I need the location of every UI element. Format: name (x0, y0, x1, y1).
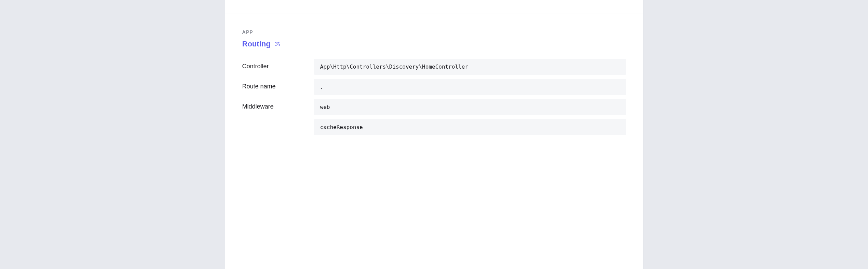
middleware-row: Middleware web cacheResponse (242, 99, 626, 135)
controller-row: Controller App\Http\Controllers\Discover… (242, 59, 626, 75)
middleware-label: Middleware (242, 99, 307, 110)
route-name-value: . (314, 79, 626, 95)
context-card: APP Routing Controller App\Http\Controll… (225, 0, 643, 269)
section-heading-row: Routing (242, 40, 626, 48)
route-name-values: . (314, 79, 626, 95)
middleware-values: web cacheResponse (314, 99, 626, 135)
routing-section: APP Routing Controller App\Http\Controll… (225, 14, 643, 156)
route-name-label: Route name (242, 79, 307, 90)
next-section-head (225, 156, 643, 170)
middleware-value-1: cacheResponse (314, 119, 626, 135)
previous-section-tail (225, 0, 643, 14)
route-name-row: Route name . (242, 79, 626, 95)
middleware-value-0: web (314, 99, 626, 115)
section-title: Routing (242, 40, 271, 48)
shuffle-icon (274, 41, 280, 47)
controller-values: App\Http\Controllers\Discovery\HomeContr… (314, 59, 626, 75)
controller-label: Controller (242, 59, 307, 70)
controller-value: App\Http\Controllers\Discovery\HomeContr… (314, 59, 626, 75)
section-eyebrow: APP (242, 29, 626, 35)
